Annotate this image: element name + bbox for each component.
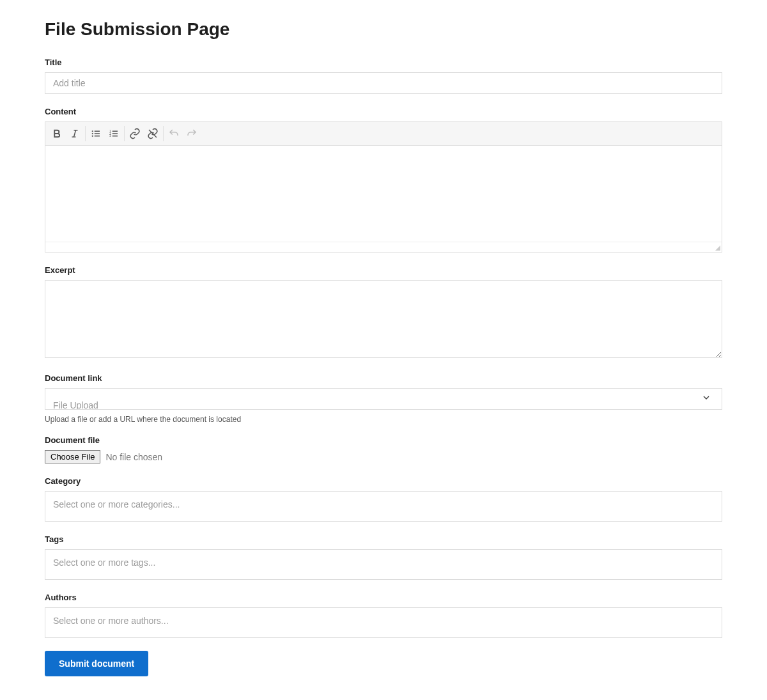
svg-rect-13 [112, 133, 118, 134]
link-icon[interactable] [126, 125, 144, 143]
field-tags: Tags Select one or more tags... [45, 534, 722, 580]
bold-icon[interactable] [48, 125, 66, 143]
rich-text-editor: 123 [45, 121, 722, 253]
excerpt-input[interactable] [45, 280, 722, 358]
editor-toolbar: 123 [45, 122, 722, 146]
document-link-select[interactable]: File Upload [45, 388, 722, 410]
category-input[interactable]: Select one or more categories... [45, 491, 722, 522]
undo-icon[interactable] [165, 125, 183, 143]
chevron-down-icon [701, 393, 711, 405]
document-link-selected: File Upload [53, 400, 98, 410]
category-label: Category [45, 476, 722, 486]
authors-input[interactable]: Select one or more authors... [45, 607, 722, 638]
editor-resize-handle[interactable] [45, 242, 722, 252]
redo-icon[interactable] [183, 125, 201, 143]
authors-label: Authors [45, 593, 722, 602]
toolbar-separator [163, 126, 164, 141]
page-title: File Submission Page [45, 19, 722, 40]
svg-rect-8 [95, 136, 100, 137]
unlink-icon[interactable] [144, 125, 162, 143]
tags-label: Tags [45, 534, 722, 544]
title-label: Title [45, 58, 722, 67]
svg-rect-14 [112, 136, 118, 137]
submit-document-button[interactable]: Submit document [45, 651, 148, 676]
field-authors: Authors Select one or more authors... [45, 593, 722, 638]
content-label: Content [45, 107, 722, 116]
excerpt-label: Excerpt [45, 265, 722, 275]
field-excerpt: Excerpt [45, 265, 722, 361]
svg-point-4 [92, 133, 93, 134]
document-link-label: Document link [45, 373, 722, 383]
svg-rect-7 [95, 133, 100, 134]
field-content: Content 123 [45, 107, 722, 253]
italic-icon[interactable] [66, 125, 84, 143]
document-file-label: Document file [45, 435, 722, 445]
svg-point-3 [92, 130, 93, 132]
tags-input[interactable]: Select one or more tags... [45, 549, 722, 580]
file-status-text: No file chosen [105, 452, 162, 462]
field-title: Title [45, 58, 722, 94]
ordered-list-icon[interactable]: 123 [105, 125, 123, 143]
bullet-list-icon[interactable] [87, 125, 105, 143]
field-document-link: Document link File Upload [45, 373, 722, 410]
toolbar-separator [124, 126, 125, 141]
choose-file-button[interactable]: Choose File [45, 450, 100, 463]
content-editor-body[interactable] [45, 146, 722, 242]
field-category: Category Select one or more categories..… [45, 476, 722, 522]
title-input[interactable] [45, 72, 722, 94]
svg-line-0 [74, 130, 76, 137]
svg-text:3: 3 [109, 134, 111, 137]
toolbar-separator [85, 126, 86, 141]
svg-rect-6 [95, 131, 100, 132]
document-link-help: Upload a file or add a URL where the doc… [45, 415, 722, 424]
field-document-file: Document file Choose File No file chosen [45, 435, 722, 463]
svg-rect-12 [112, 131, 118, 132]
svg-point-5 [92, 136, 93, 137]
